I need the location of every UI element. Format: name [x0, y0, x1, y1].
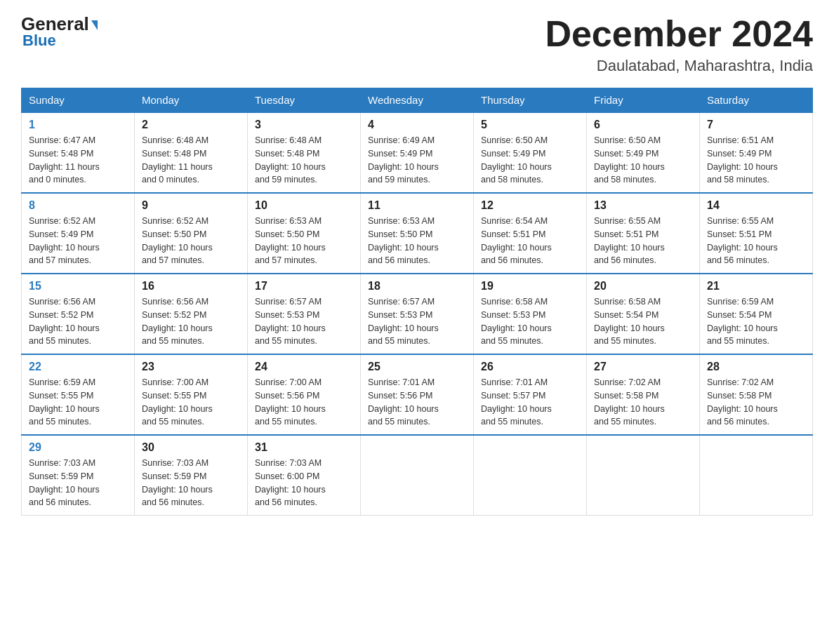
- calendar-cell: 25Sunrise: 7:01 AMSunset: 5:56 PMDayligh…: [361, 354, 474, 435]
- col-monday: Monday: [135, 88, 248, 113]
- calendar-week-row: 8Sunrise: 6:52 AMSunset: 5:49 PMDaylight…: [22, 193, 813, 274]
- day-number: 15: [29, 280, 127, 293]
- day-info: Sunrise: 7:01 AMSunset: 5:56 PMDaylight:…: [368, 376, 466, 429]
- day-number: 8: [29, 199, 127, 212]
- calendar-week-row: 22Sunrise: 6:59 AMSunset: 5:55 PMDayligh…: [22, 354, 813, 435]
- calendar-week-row: 15Sunrise: 6:56 AMSunset: 5:52 PMDayligh…: [22, 274, 813, 354]
- day-number: 31: [255, 441, 353, 454]
- calendar-cell: 24Sunrise: 7:00 AMSunset: 5:56 PMDayligh…: [248, 354, 361, 435]
- calendar-cell: 5Sunrise: 6:50 AMSunset: 5:49 PMDaylight…: [474, 112, 587, 193]
- calendar-table: Sunday Monday Tuesday Wednesday Thursday…: [21, 88, 813, 516]
- calendar-cell: 29Sunrise: 7:03 AMSunset: 5:59 PMDayligh…: [22, 435, 135, 516]
- col-tuesday: Tuesday: [248, 88, 361, 113]
- day-info: Sunrise: 6:47 AMSunset: 5:48 PMDaylight:…: [29, 134, 127, 187]
- calendar-cell: 30Sunrise: 7:03 AMSunset: 5:59 PMDayligh…: [135, 435, 248, 516]
- day-number: 3: [255, 119, 353, 131]
- col-friday: Friday: [587, 88, 700, 113]
- day-number: 9: [142, 199, 240, 212]
- day-info: Sunrise: 6:53 AMSunset: 5:50 PMDaylight:…: [368, 215, 466, 267]
- day-info: Sunrise: 6:56 AMSunset: 5:52 PMDaylight:…: [142, 295, 240, 348]
- calendar-cell: 1Sunrise: 6:47 AMSunset: 5:48 PMDaylight…: [22, 112, 135, 193]
- calendar-cell: 22Sunrise: 6:59 AMSunset: 5:55 PMDayligh…: [22, 354, 135, 435]
- calendar-cell: [474, 435, 587, 516]
- day-info: Sunrise: 7:00 AMSunset: 5:55 PMDaylight:…: [142, 376, 240, 429]
- day-number: 6: [594, 119, 692, 131]
- day-number: 18: [368, 280, 466, 293]
- day-info: Sunrise: 6:50 AMSunset: 5:49 PMDaylight:…: [594, 134, 692, 187]
- day-info: Sunrise: 6:57 AMSunset: 5:53 PMDaylight:…: [255, 295, 353, 348]
- calendar-cell: 18Sunrise: 6:57 AMSunset: 5:53 PMDayligh…: [361, 274, 474, 354]
- calendar-cell: 23Sunrise: 7:00 AMSunset: 5:55 PMDayligh…: [135, 354, 248, 435]
- day-info: Sunrise: 6:56 AMSunset: 5:52 PMDaylight:…: [29, 295, 127, 348]
- calendar-cell: 8Sunrise: 6:52 AMSunset: 5:49 PMDaylight…: [22, 193, 135, 274]
- day-info: Sunrise: 6:55 AMSunset: 5:51 PMDaylight:…: [707, 215, 805, 267]
- day-info: Sunrise: 7:02 AMSunset: 5:58 PMDaylight:…: [707, 376, 805, 429]
- day-number: 28: [707, 361, 805, 373]
- day-number: 23: [142, 361, 240, 373]
- day-info: Sunrise: 6:48 AMSunset: 5:48 PMDaylight:…: [142, 134, 240, 187]
- day-number: 29: [29, 441, 127, 454]
- day-number: 17: [255, 280, 353, 293]
- day-info: Sunrise: 6:52 AMSunset: 5:49 PMDaylight:…: [29, 215, 127, 267]
- calendar-cell: 13Sunrise: 6:55 AMSunset: 5:51 PMDayligh…: [587, 193, 700, 274]
- calendar-cell: 9Sunrise: 6:52 AMSunset: 5:50 PMDaylight…: [135, 193, 248, 274]
- day-number: 25: [368, 361, 466, 373]
- day-number: 20: [594, 280, 692, 293]
- day-info: Sunrise: 6:58 AMSunset: 5:54 PMDaylight:…: [594, 295, 692, 348]
- day-info: Sunrise: 6:53 AMSunset: 5:50 PMDaylight:…: [255, 215, 353, 267]
- day-info: Sunrise: 7:00 AMSunset: 5:56 PMDaylight:…: [255, 376, 353, 429]
- day-number: 26: [481, 361, 579, 373]
- calendar-week-row: 29Sunrise: 7:03 AMSunset: 5:59 PMDayligh…: [22, 435, 813, 516]
- calendar-cell: 10Sunrise: 6:53 AMSunset: 5:50 PMDayligh…: [248, 193, 361, 274]
- col-saturday: Saturday: [700, 88, 813, 113]
- calendar-cell: 27Sunrise: 7:02 AMSunset: 5:58 PMDayligh…: [587, 354, 700, 435]
- logo: General Blue: [21, 14, 98, 50]
- logo-blue-text: Blue: [22, 32, 56, 50]
- calendar-cell: 20Sunrise: 6:58 AMSunset: 5:54 PMDayligh…: [587, 274, 700, 354]
- calendar-cell: 6Sunrise: 6:50 AMSunset: 5:49 PMDaylight…: [587, 112, 700, 193]
- day-info: Sunrise: 6:59 AMSunset: 5:55 PMDaylight:…: [29, 376, 127, 429]
- calendar-cell: 11Sunrise: 6:53 AMSunset: 5:50 PMDayligh…: [361, 193, 474, 274]
- day-number: 5: [481, 119, 579, 131]
- day-info: Sunrise: 7:02 AMSunset: 5:58 PMDaylight:…: [594, 376, 692, 429]
- day-info: Sunrise: 7:03 AMSunset: 5:59 PMDaylight:…: [29, 457, 127, 509]
- location-subtitle: Daulatabad, Maharashtra, India: [545, 57, 813, 75]
- day-number: 22: [29, 361, 127, 373]
- calendar-cell: 28Sunrise: 7:02 AMSunset: 5:58 PMDayligh…: [700, 354, 813, 435]
- day-info: Sunrise: 6:48 AMSunset: 5:48 PMDaylight:…: [255, 134, 353, 187]
- day-number: 7: [707, 119, 805, 131]
- day-info: Sunrise: 6:52 AMSunset: 5:50 PMDaylight:…: [142, 215, 240, 267]
- calendar-cell: [587, 435, 700, 516]
- calendar-cell: 16Sunrise: 6:56 AMSunset: 5:52 PMDayligh…: [135, 274, 248, 354]
- day-number: 14: [707, 199, 805, 212]
- calendar-cell: 14Sunrise: 6:55 AMSunset: 5:51 PMDayligh…: [700, 193, 813, 274]
- day-info: Sunrise: 6:57 AMSunset: 5:53 PMDaylight:…: [368, 295, 466, 348]
- day-info: Sunrise: 6:49 AMSunset: 5:49 PMDaylight:…: [368, 134, 466, 187]
- day-number: 19: [481, 280, 579, 293]
- calendar-cell: 2Sunrise: 6:48 AMSunset: 5:48 PMDaylight…: [135, 112, 248, 193]
- day-number: 11: [368, 199, 466, 212]
- day-info: Sunrise: 6:59 AMSunset: 5:54 PMDaylight:…: [707, 295, 805, 348]
- day-info: Sunrise: 6:58 AMSunset: 5:53 PMDaylight:…: [481, 295, 579, 348]
- calendar-cell: 12Sunrise: 6:54 AMSunset: 5:51 PMDayligh…: [474, 193, 587, 274]
- day-number: 10: [255, 199, 353, 212]
- day-info: Sunrise: 6:54 AMSunset: 5:51 PMDaylight:…: [481, 215, 579, 267]
- day-number: 24: [255, 361, 353, 373]
- day-number: 16: [142, 280, 240, 293]
- day-number: 1: [29, 119, 127, 131]
- day-number: 13: [594, 199, 692, 212]
- day-number: 21: [707, 280, 805, 293]
- calendar-cell: 4Sunrise: 6:49 AMSunset: 5:49 PMDaylight…: [361, 112, 474, 193]
- day-info: Sunrise: 6:55 AMSunset: 5:51 PMDaylight:…: [594, 215, 692, 267]
- calendar-cell: 3Sunrise: 6:48 AMSunset: 5:48 PMDaylight…: [248, 112, 361, 193]
- calendar-cell: [361, 435, 474, 516]
- calendar-cell: 7Sunrise: 6:51 AMSunset: 5:49 PMDaylight…: [700, 112, 813, 193]
- calendar-cell: 19Sunrise: 6:58 AMSunset: 5:53 PMDayligh…: [474, 274, 587, 354]
- month-title: December 2024: [545, 14, 813, 54]
- calendar-cell: 21Sunrise: 6:59 AMSunset: 5:54 PMDayligh…: [700, 274, 813, 354]
- calendar-header-row: Sunday Monday Tuesday Wednesday Thursday…: [22, 88, 813, 113]
- calendar-week-row: 1Sunrise: 6:47 AMSunset: 5:48 PMDaylight…: [22, 112, 813, 193]
- day-info: Sunrise: 7:03 AMSunset: 6:00 PMDaylight:…: [255, 457, 353, 509]
- day-info: Sunrise: 7:01 AMSunset: 5:57 PMDaylight:…: [481, 376, 579, 429]
- calendar-cell: 26Sunrise: 7:01 AMSunset: 5:57 PMDayligh…: [474, 354, 587, 435]
